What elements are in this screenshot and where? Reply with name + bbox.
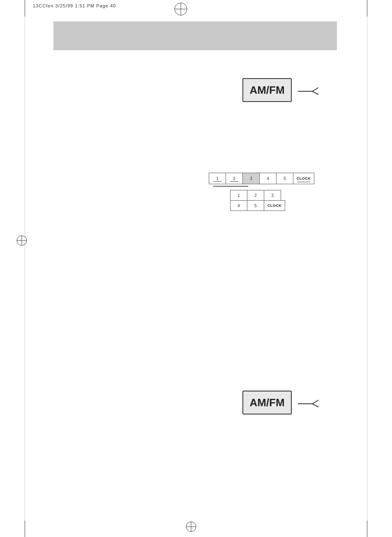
preset-grid-btn-5[interactable]: 5 (247, 200, 264, 211)
preset-btn-clock[interactable]: CLOCK (293, 173, 314, 184)
gray-header-bar (53, 21, 337, 50)
preset-btn-1[interactable]: 1 (209, 173, 226, 184)
preset-grid-btn-3[interactable]: 3 (264, 190, 281, 201)
preset-btn-2[interactable]: 2 (226, 173, 243, 184)
bottom-cross (185, 521, 197, 533)
preset-grid-btn-2[interactable]: 2 (247, 190, 264, 201)
preset-btn-5[interactable]: 5 (276, 173, 293, 184)
bottom-right-border (367, 521, 367, 537)
top-left-border (25, 0, 25, 16)
amfm-button-bottom[interactable]: AM/FM (242, 391, 292, 414)
left-border-line (25, 0, 25, 537)
bottom-left-border (25, 521, 25, 537)
arrow-bottom (296, 398, 321, 411)
arrow-top (296, 86, 321, 99)
preset-grid-btn-1[interactable]: 1 (230, 190, 247, 201)
top-right-border (367, 0, 367, 16)
preset-btn-4[interactable]: 4 (259, 173, 277, 184)
preset-grid: 1 2 3 4 5 CLOCK (230, 190, 285, 211)
preset-underline (213, 186, 248, 187)
preset-row: 1 2 3 4 5 CLOCK (209, 173, 314, 184)
preset-grid-btn-4[interactable]: 4 (230, 200, 247, 211)
amfm-button-top[interactable]: AM/FM (242, 78, 292, 102)
preset-btn-3[interactable]: 3 (242, 173, 260, 184)
preset-grid-btn-clock[interactable]: CLOCK (264, 200, 285, 211)
right-border-line (367, 0, 367, 537)
left-cross (16, 234, 28, 247)
page-cross-top (173, 1, 189, 17)
header-meta: 13CCfen 3/25/99 1:51 PM Page 40 (33, 3, 116, 8)
amfm-label-top: AM/FM (249, 84, 284, 97)
amfm-label-bottom: AM/FM (249, 396, 284, 409)
